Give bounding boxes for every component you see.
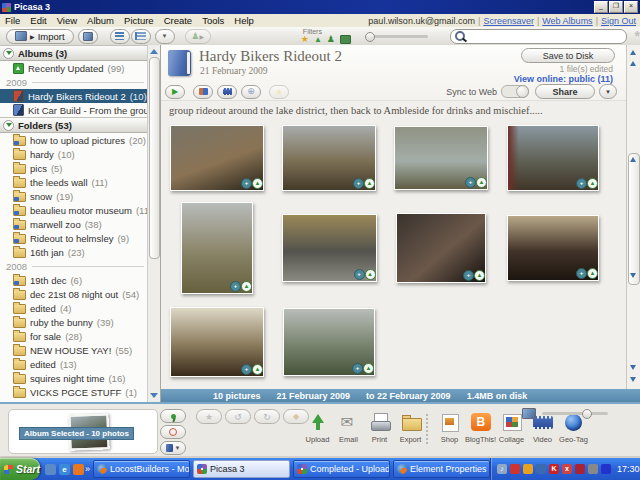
scheduler-icon[interactable] bbox=[523, 464, 533, 474]
create-movie-button[interactable] bbox=[217, 85, 237, 99]
view-options-button[interactable]: ▼ bbox=[155, 29, 175, 44]
taskbar-window-completed-upload-man[interactable]: Completed - Upload Man... bbox=[293, 460, 390, 478]
main-scrollbar[interactable] bbox=[626, 45, 640, 389]
menu-picture[interactable]: Picture bbox=[119, 15, 159, 26]
security-icon[interactable] bbox=[575, 464, 585, 474]
sync-to-web-toggle[interactable] bbox=[501, 85, 529, 98]
folder-item-for-sale[interactable]: for sale(28) bbox=[0, 329, 148, 343]
scroll-down-icon[interactable] bbox=[150, 393, 158, 398]
album-item-recently-updated[interactable]: Recently Updated(99) bbox=[0, 61, 148, 75]
taskbar-window-element-properties[interactable]: Element Properties bbox=[393, 460, 490, 478]
internet-explorer-icon[interactable]: e bbox=[59, 464, 70, 475]
blogthis-button[interactable]: BlogThis! bbox=[465, 412, 496, 444]
scroll-up-icon[interactable] bbox=[150, 49, 158, 54]
menu-edit[interactable]: Edit bbox=[25, 15, 51, 26]
firefox-icon[interactable] bbox=[73, 464, 84, 475]
scroll-up-icon[interactable] bbox=[630, 61, 636, 66]
folder-item-squires-night-time[interactable]: squires night time(16) bbox=[0, 371, 148, 385]
menu-view[interactable]: View bbox=[52, 15, 82, 26]
thumb-down-icon[interactable] bbox=[630, 273, 636, 278]
taskbar-window-picasa-3[interactable]: Picasa 3 bbox=[193, 460, 290, 478]
bluetooth-icon[interactable] bbox=[601, 464, 611, 474]
folder-item-19th-dec[interactable]: 19th dec(6) bbox=[0, 273, 148, 287]
scroll-down-icon[interactable] bbox=[630, 365, 636, 370]
email-button[interactable]: Email bbox=[333, 412, 364, 444]
folder-item-rideout-to-helmsley[interactable]: Rideout to helmsley(9) bbox=[0, 231, 148, 245]
photo-thumb-cafe-interior[interactable]: +▲ bbox=[170, 307, 264, 377]
tray-selection-box[interactable]: Album Selected - 10 photos bbox=[8, 409, 158, 454]
display-icon[interactable] bbox=[536, 464, 546, 474]
update-error-icon[interactable]: x bbox=[562, 464, 572, 474]
video-filter-icon[interactable] bbox=[340, 35, 351, 44]
folder-item-new-house-yay[interactable]: NEW HOUSE YAY!(55) bbox=[0, 343, 148, 357]
close-button[interactable]: × bbox=[624, 1, 638, 13]
date-filter-slider[interactable] bbox=[365, 35, 429, 38]
save-to-disk-button[interactable]: Save to Disk bbox=[521, 48, 615, 63]
folder-item-beaulieu-motor-museum[interactable]: beaulieu motor museum(115) bbox=[0, 203, 148, 217]
show-desktop-icon[interactable] bbox=[45, 464, 56, 475]
photo-thumb-cafe-interior-dark[interactable]: +▲ bbox=[507, 215, 599, 281]
photo-thumb-valley-lake-view[interactable]: +▲ bbox=[394, 126, 488, 190]
shop-button[interactable]: Shop bbox=[434, 412, 465, 444]
share-button[interactable]: Share bbox=[535, 84, 595, 99]
folder-item-edited[interactable]: edited(13) bbox=[0, 357, 148, 371]
screensaver-link[interactable]: Screensaver bbox=[483, 16, 534, 26]
restore-button[interactable]: ❐ bbox=[609, 1, 623, 13]
menu-create[interactable]: Create bbox=[159, 15, 198, 26]
uploaded-filter-icon[interactable]: ▲ bbox=[314, 35, 322, 44]
page-down-icon[interactable] bbox=[630, 377, 636, 382]
folder-item-dec-21st-08-night-out[interactable]: dec 21st 08 night out(54) bbox=[0, 287, 148, 301]
create-cd-button[interactable]: ⊕ bbox=[241, 85, 261, 99]
folder-item-vicks-pgce-stuff[interactable]: VICKS PGCE STUFF(1) bbox=[0, 385, 148, 399]
volume-icon[interactable]: ♪ bbox=[497, 464, 507, 474]
folder-item-hardy[interactable]: hardy(10) bbox=[0, 147, 148, 161]
search-input[interactable] bbox=[465, 30, 625, 42]
main-scroll-thumb[interactable] bbox=[628, 153, 640, 285]
export-button[interactable]: Export bbox=[395, 412, 426, 444]
albums-section-header[interactable]: Albums (3) bbox=[0, 45, 148, 61]
folder-item-the-leeds-wall[interactable]: the leeds wall(11) bbox=[0, 175, 148, 189]
slideshow-play-button[interactable]: ▶ bbox=[165, 85, 185, 99]
photo-thumb-pub-group[interactable]: +▲ bbox=[396, 213, 486, 283]
k-app-icon[interactable]: K bbox=[549, 464, 559, 474]
photo-thumb-mountain-pass[interactable]: +▲ bbox=[181, 202, 253, 294]
page-up-icon[interactable] bbox=[630, 50, 636, 55]
star-button[interactable]: ★ bbox=[269, 85, 289, 99]
taskbar-window-locostbuilders-mozilla-fi[interactable]: LocostBuilders - Mozilla Fi... bbox=[93, 460, 190, 478]
photo-thumb-river-bridge[interactable]: +▲ bbox=[283, 308, 375, 376]
rotate-right-button[interactable]: ↻ bbox=[254, 409, 280, 424]
collapse-albums-icon[interactable] bbox=[3, 48, 14, 59]
photo-thumb-forest-road-motorbike[interactable]: +▲ bbox=[170, 125, 264, 191]
antivirus-icon[interactable] bbox=[510, 464, 520, 474]
slider-knob[interactable] bbox=[365, 32, 375, 42]
create-collage-button[interactable] bbox=[193, 85, 213, 99]
menu-help[interactable]: Help bbox=[229, 15, 259, 26]
menu-tools[interactable]: Tools bbox=[197, 15, 229, 26]
print-button[interactable]: Print bbox=[364, 412, 395, 444]
sidebar-scrollbar[interactable] bbox=[147, 45, 160, 402]
folder-item-edited[interactable]: edited(4) bbox=[0, 301, 148, 315]
sign-out-link[interactable]: Sign Out bbox=[601, 16, 636, 26]
album-more-button[interactable]: ▼ bbox=[599, 84, 617, 99]
star-photo-button[interactable]: ★ bbox=[196, 409, 222, 424]
folder-item-16th-jan[interactable]: 16th jan(23) bbox=[0, 245, 148, 259]
menu-album[interactable]: Album bbox=[82, 15, 119, 26]
thumb-up-icon[interactable] bbox=[630, 157, 636, 162]
menu-file[interactable]: File bbox=[0, 15, 25, 26]
rotate-left-button[interactable]: ↺ bbox=[225, 409, 251, 424]
photo-thumb-lakeside-group[interactable]: +▲ bbox=[282, 125, 376, 191]
zoom-slider[interactable] bbox=[542, 412, 608, 415]
album-description[interactable]: group rideout around the lake district, … bbox=[169, 105, 609, 116]
collapse-folders-icon[interactable] bbox=[3, 120, 14, 131]
album-item-kit-car-build-from-the-ground[interactable]: Kit Car Build - From the ground bbox=[0, 103, 148, 117]
sidebar-scroll-thumb[interactable] bbox=[149, 57, 160, 259]
flat-view-button[interactable] bbox=[110, 29, 130, 44]
zoom-slider-knob[interactable] bbox=[582, 409, 592, 419]
add-album-button[interactable] bbox=[78, 29, 98, 44]
upload-button[interactable]: Upload bbox=[302, 412, 333, 444]
faces-filter-icon[interactable]: ♟ bbox=[327, 35, 335, 44]
folder-item-ruby-the-bunny[interactable]: ruby the bunny(39) bbox=[0, 315, 148, 329]
folders-section-header[interactable]: Folders (53) bbox=[0, 117, 148, 133]
tree-view-button[interactable] bbox=[131, 29, 151, 44]
hold-selection-button[interactable] bbox=[160, 409, 186, 423]
